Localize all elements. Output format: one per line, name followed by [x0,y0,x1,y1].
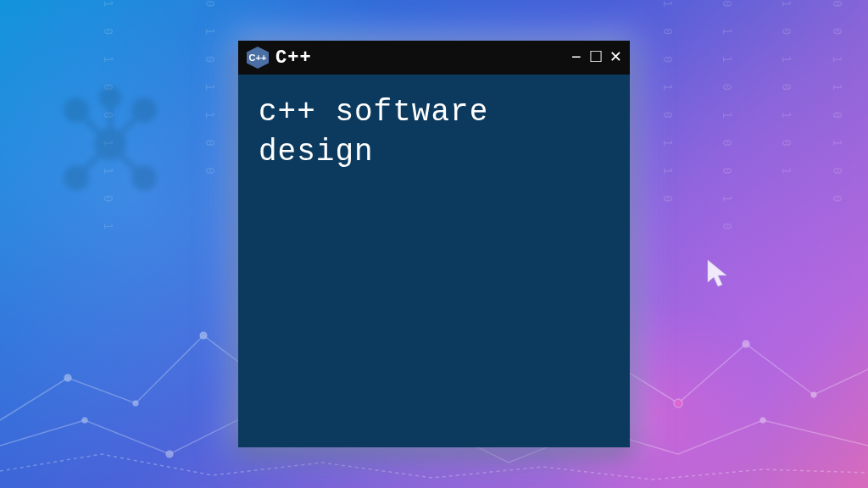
window-body: c++ software design [238,75,630,447]
cpp-icon: C++ [247,47,269,69]
window-controls: – □ ✕ [570,48,621,67]
minimize-button[interactable]: – [570,48,581,67]
window-title: C++ [275,47,312,69]
window-titlebar[interactable]: C++ C++ – □ ✕ [238,41,630,75]
close-button[interactable]: ✕ [610,48,621,67]
cpp-icon-label: C++ [249,53,267,63]
maximize-button[interactable]: □ [591,48,602,67]
content-text: c++ software design [259,93,609,173]
terminal-window: C++ C++ – □ ✕ c++ software design [238,41,630,447]
